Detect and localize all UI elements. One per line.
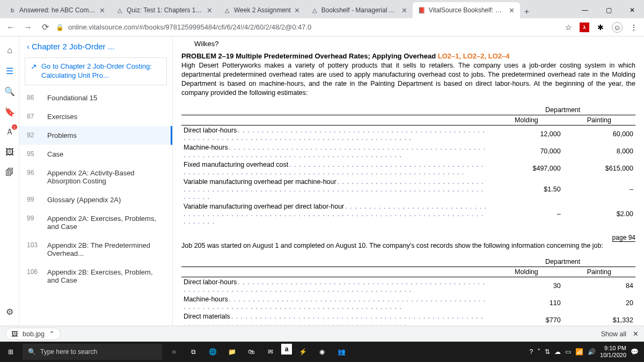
dept-header-2: Department (490, 257, 635, 267)
molding-value: $1.50 (490, 177, 562, 202)
star-icon[interactable]: ☆ (562, 21, 574, 33)
network-icon[interactable]: ⇅ (545, 348, 550, 356)
row-label: Direct labor-hours (181, 277, 490, 294)
edge-icon[interactable]: 🌐 (204, 344, 221, 360)
browser-tab[interactable]: △Week 2 Assignment✕ (218, 2, 305, 18)
favicon: b (9, 6, 16, 14)
maximize-button[interactable]: ▢ (597, 2, 620, 18)
browser-tab[interactable]: 📕VitalSource Bookshelf: Manage✕ (413, 2, 520, 18)
image-icon[interactable]: 🖼 (0, 143, 19, 162)
show-all-downloads[interactable]: Show all (601, 330, 626, 338)
start-button[interactable]: ⊞ (0, 342, 21, 362)
app-icon[interactable]: ⚡ (294, 344, 311, 360)
toc-label: Foundational 15 (47, 94, 165, 102)
close-tab-icon[interactable]: ✕ (99, 6, 105, 14)
molding-value: 70,000 (490, 143, 562, 160)
row-label: Machine-hours (181, 143, 490, 160)
toc-item[interactable]: 95Case (19, 145, 172, 164)
table-row: Fixed manufacturing overhead cost$497,00… (181, 160, 635, 177)
flashcards-icon[interactable]: Ａ1 (0, 122, 19, 142)
profile-icon[interactable]: ☺ (612, 22, 623, 33)
settings-icon[interactable]: ⚙ (0, 302, 19, 321)
chrome-icon[interactable]: ◉ (313, 344, 331, 360)
notes-icon[interactable]: 🗐 (0, 163, 19, 182)
extension-icon[interactable]: ✱ (595, 21, 606, 33)
browser-tab[interactable]: △Bookshelf - Managerial Accoun✕ (305, 2, 413, 18)
toc-item[interactable]: 99Glossary (Appendix 2A) (19, 190, 172, 209)
toc-item[interactable]: 99Appendix 2A: Exercises, Problems, and … (19, 209, 172, 236)
browser-tabstrip: bAnswered: he ABC Company is✕△Quiz: Test… (0, 0, 644, 18)
back-button[interactable]: ← (4, 21, 17, 34)
browser-tab[interactable]: bAnswered: he ABC Company is✕ (3, 2, 111, 18)
url-field[interactable]: 🔒 online.vitalsource.com/#/books/9781259… (56, 23, 558, 31)
mail-icon[interactable]: ✉ (262, 344, 279, 360)
toc-page-number: 103 (27, 241, 40, 249)
chapter-back-link[interactable]: ‹ Chapter 2 Job-Order ... (27, 42, 165, 51)
painting-header-2: Painting (563, 267, 635, 277)
kebab-menu-icon[interactable]: ⋮ (628, 21, 640, 33)
bookmark-icon[interactable]: 🔖 (0, 102, 19, 121)
tab-title: Quiz: Test 1: Chapters 1 & 2 (127, 6, 203, 14)
notifications-icon[interactable]: 💬 (631, 348, 639, 356)
content-area: ⌂ ☰ 🔍 🔖 Ａ1 🖼 🗐 ⚙ ‹ Chapter 2 Job-Order .… (0, 36, 644, 326)
toc-page-number: 87 (27, 113, 40, 120)
forward-button[interactable]: → (21, 21, 34, 34)
table-row: Variable manufacturing overhead per mach… (181, 177, 635, 202)
cortana-icon[interactable]: ○ (165, 344, 182, 360)
battery-icon[interactable]: ▭ (565, 348, 571, 356)
browser-tab[interactable]: △Quiz: Test 1: Chapters 1 & 2✕ (111, 2, 218, 18)
toc-item[interactable]: 96Appendix 2A: Activity-Based Absorption… (19, 164, 172, 190)
favicon: △ (223, 6, 231, 14)
toc-item[interactable]: 106Appendix 2B: Exercises, Problem, and … (19, 263, 172, 290)
new-tab-button[interactable]: ＋ (520, 4, 534, 18)
taskbar-search[interactable]: 🔍 Type here to search (23, 344, 162, 360)
close-window-button[interactable]: ✕ (620, 2, 644, 18)
molding-value: $770 (490, 312, 562, 326)
tab-title: Week 2 Assignment (234, 6, 291, 14)
onedrive-icon[interactable]: ☁ (554, 348, 561, 356)
goto-current-section[interactable]: ↗ Go to Chapter 2 Job-Order Costing: Cal… (25, 57, 167, 85)
toc-item[interactable]: 86Foundational 15 (19, 88, 172, 107)
goto-arrow-icon: ↗ (31, 62, 37, 71)
toc-label: Glossary (Appendix 2A) (47, 196, 165, 204)
painting-value: 60,000 (563, 125, 635, 143)
pdf-icon[interactable]: λ (580, 23, 589, 32)
tray-chevron-icon[interactable]: ˄ (537, 348, 540, 356)
help-icon[interactable]: ? (529, 348, 533, 356)
molding-value: 12,000 (490, 125, 562, 143)
toc-item[interactable]: 103Appendix 2B: The Predetermined Overhe… (19, 236, 172, 263)
molding-header-2: Molding (490, 267, 562, 277)
close-downloads-bar[interactable]: ✕ (633, 330, 639, 338)
downloads-bar: 🖼 bob.jpg ⌃ Show all ✕ (0, 326, 644, 342)
row-label: Variable manufacturing overhead per dire… (181, 202, 490, 226)
search-icon[interactable]: 🔍 (0, 82, 19, 101)
taskview-icon[interactable]: ⧉ (185, 344, 202, 360)
close-tab-icon[interactable]: ✕ (207, 6, 213, 14)
toc-item[interactable]: 87Exercises (19, 107, 172, 126)
store-icon[interactable]: 🛍 (243, 344, 260, 360)
tab-title: Bookshelf - Managerial Accoun (321, 6, 398, 14)
table-row: Machine-hours70,0008,000 (181, 143, 635, 160)
download-item[interactable]: 🖼 bob.jpg ⌃ (5, 328, 61, 340)
painting-value: $2.00 (563, 202, 635, 226)
explorer-icon[interactable]: 📁 (223, 344, 240, 360)
painting-value: $1,332 (563, 312, 635, 326)
reload-button[interactable]: ⟳ (39, 21, 52, 34)
toc-label: Appendix 2A: Activity-Based Absorption C… (47, 169, 165, 185)
row-label: Fixed manufacturing overhead cost (181, 160, 490, 177)
wifi-icon[interactable]: 📶 (575, 348, 583, 356)
teams-icon[interactable]: 👥 (333, 344, 350, 360)
clock[interactable]: 9:10 PM 10/1/2020 (600, 345, 626, 358)
close-tab-icon[interactable]: ✕ (294, 6, 300, 14)
amazon-icon[interactable]: a (281, 344, 292, 354)
home-icon[interactable]: ⌂ (0, 41, 19, 60)
url-text: online.vitalsource.com/#/books/978125999… (68, 23, 311, 31)
tab-title: VitalSource Bookshelf: Manage (429, 6, 506, 14)
toc-icon[interactable]: ☰ (0, 61, 19, 80)
close-tab-icon[interactable]: ✕ (401, 6, 407, 14)
close-tab-icon[interactable]: ✕ (509, 6, 515, 14)
molding-value: – (490, 202, 562, 226)
toc-item[interactable]: 92Problems (19, 126, 172, 145)
minimize-button[interactable]: — (573, 2, 597, 18)
volume-icon[interactable]: 🔊 (588, 348, 596, 356)
